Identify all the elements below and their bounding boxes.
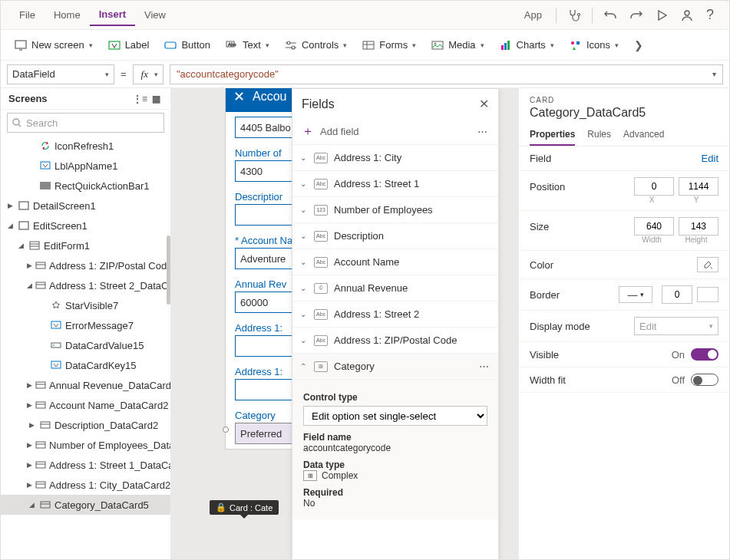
tree-node[interactable]: IconRefresh1	[1, 136, 170, 156]
tree-sort-icon[interactable]: ⋮≡	[130, 94, 150, 104]
field-item[interactable]: ⌄AbcAccount Name	[292, 249, 498, 275]
tree-node[interactable]: ◢Category_DataCard5	[1, 495, 170, 515]
field-label: Field	[530, 153, 702, 164]
field-item[interactable]: ⌄123Number of Employees	[292, 197, 498, 223]
field-item[interactable]: ⌄AbcAddress 1: City	[292, 145, 498, 171]
redo-icon[interactable]	[623, 5, 649, 25]
svg-point-0	[577, 13, 580, 15]
tree-node[interactable]: ▶DetailScreen1	[1, 196, 170, 216]
svg-rect-23	[36, 262, 45, 268]
field-detail: Control typeEdit option set single-selec…	[292, 380, 498, 519]
field-item[interactable]: ⌄AbcAddress 1: Street 2	[292, 301, 498, 328]
menu-insert[interactable]: Insert	[90, 4, 135, 26]
display-mode-select[interactable]: Edit▾	[634, 317, 718, 335]
widthfit-toggle[interactable]	[691, 374, 718, 386]
tree-node[interactable]: RectQuickActionBar1	[1, 176, 170, 196]
svg-rect-14	[507, 41, 510, 50]
tree-node[interactable]: ▶Annual Revenue_DataCard2	[1, 375, 170, 395]
menu-home[interactable]: Home	[45, 5, 90, 25]
field-item-expanded[interactable]: ⌃⊞Category⋯	[292, 354, 498, 380]
tree-node[interactable]: DataCardKey15	[1, 355, 170, 375]
close-icon[interactable]: ✕	[233, 88, 245, 105]
new-screen-button[interactable]: New screen▾	[7, 36, 101, 54]
icons-menu[interactable]: Icons▾	[562, 36, 626, 54]
svg-rect-26	[51, 343, 61, 348]
field-item[interactable]: ⌄AbcAddress 1: Street 1	[292, 171, 498, 197]
menu-view[interactable]: View	[135, 5, 175, 25]
stethoscope-icon[interactable]	[561, 5, 587, 25]
formula-input[interactable]: "accountcategorycode" ▾	[170, 64, 723, 84]
border-width-input[interactable]	[662, 285, 692, 304]
tree-node[interactable]: DataCardValue15	[1, 335, 170, 355]
border-style-select[interactable]: — ▾	[619, 286, 652, 303]
add-field-button[interactable]: Add field	[320, 126, 359, 137]
fx-button[interactable]: fx▾	[133, 64, 164, 84]
forms-menu[interactable]: Forms▾	[355, 36, 424, 54]
svg-rect-16	[576, 41, 580, 44]
help-icon[interactable]: ?	[700, 4, 720, 26]
button-button[interactable]: Button	[157, 36, 218, 54]
tree-node[interactable]: StarVisible7	[1, 295, 170, 315]
menu-app[interactable]: App	[515, 5, 551, 25]
tree-node[interactable]: ▶Account Name_DataCard2	[1, 395, 170, 415]
width-input[interactable]	[634, 217, 674, 236]
visible-toggle[interactable]	[691, 348, 718, 361]
field-item[interactable]: ⌄AbcAddress 1: ZIP/Postal Code	[292, 328, 498, 354]
tree-node[interactable]: LblAppName1	[1, 156, 170, 176]
person-icon[interactable]	[674, 5, 700, 25]
tree-node[interactable]: ▶Address 1: ZIP/Postal Code_	[1, 255, 170, 275]
tree-node[interactable]: ▶Address 1: City_DataCard2	[1, 475, 170, 495]
menu-file[interactable]: File	[10, 5, 45, 25]
svg-rect-32	[36, 462, 45, 468]
equals-label: =	[121, 68, 127, 80]
undo-icon[interactable]	[597, 5, 623, 25]
svg-rect-10	[432, 41, 443, 49]
svg-rect-29	[36, 402, 45, 408]
tree-search-input[interactable]: Search	[7, 113, 164, 133]
charts-menu[interactable]: Charts▾	[492, 36, 562, 54]
tree-node[interactable]: ▶Address 1: Street 1_DataCar	[1, 455, 170, 475]
pos-x-input[interactable]	[634, 177, 674, 196]
label-button[interactable]: Label	[101, 36, 157, 54]
color-swatch[interactable]	[697, 257, 718, 272]
fields-title: Fields	[302, 97, 335, 111]
svg-rect-12	[501, 45, 504, 50]
card-tooltip: 🔒 Card : Cate	[210, 500, 279, 515]
field-item[interactable]: ⌄AbcDescription	[292, 223, 498, 249]
svg-point-15	[571, 41, 574, 44]
tree-node[interactable]: ◢Address 1: Street 2_DataCar	[1, 275, 170, 295]
tree-node[interactable]: ▶Description_DataCard2	[1, 415, 170, 435]
canvas: ✕ Accou 4405 Balbo Number of4300Descript…	[171, 88, 518, 560]
tree-grid-icon[interactable]: ▦	[150, 94, 163, 104]
pos-y-input[interactable]	[679, 177, 718, 196]
play-icon[interactable]	[649, 6, 674, 25]
ribbon-overflow[interactable]: ❯	[626, 36, 651, 54]
formula-bar: DataField▾ = fx▾ "accountcategorycode" ▾	[1, 61, 729, 88]
button-icon	[164, 39, 177, 51]
tab-properties[interactable]: Properties	[530, 124, 575, 146]
tab-rules[interactable]: Rules	[587, 124, 611, 146]
expand-formula-icon[interactable]: ▾	[712, 70, 716, 78]
control-type-select[interactable]: Edit option set single-select	[303, 406, 487, 426]
field-item[interactable]: ⌄©Annual Revenue	[292, 275, 498, 301]
tab-advanced[interactable]: Advanced	[623, 124, 664, 146]
controls-menu[interactable]: Controls▾	[277, 36, 355, 54]
edit-field-link[interactable]: Edit	[702, 153, 718, 164]
ribbon: New screen▾ Label Button Abc Text▾ Contr…	[1, 30, 729, 61]
fields-more-icon[interactable]: ⋯	[477, 126, 489, 137]
border-color-swatch[interactable]	[697, 287, 718, 302]
svg-rect-20	[19, 202, 28, 209]
close-fields-icon[interactable]: ✕	[479, 97, 489, 111]
property-selector[interactable]: DataField▾	[7, 64, 114, 84]
tree-node[interactable]: ◢EditScreen1	[1, 216, 170, 236]
tree-node[interactable]: ▶Number of Employees_Data	[1, 435, 170, 455]
tree-scrollbar[interactable]	[167, 236, 170, 305]
svg-rect-9	[363, 41, 374, 49]
media-menu[interactable]: Media▾	[424, 36, 491, 54]
text-menu[interactable]: Abc Text▾	[218, 36, 277, 54]
tree-node[interactable]: ◢EditForm1	[1, 236, 170, 255]
tree-node[interactable]: ErrorMessage7	[1, 315, 170, 335]
height-input[interactable]	[679, 217, 718, 236]
widthfit-label: Width fit	[530, 374, 672, 386]
svg-rect-34	[41, 502, 50, 508]
